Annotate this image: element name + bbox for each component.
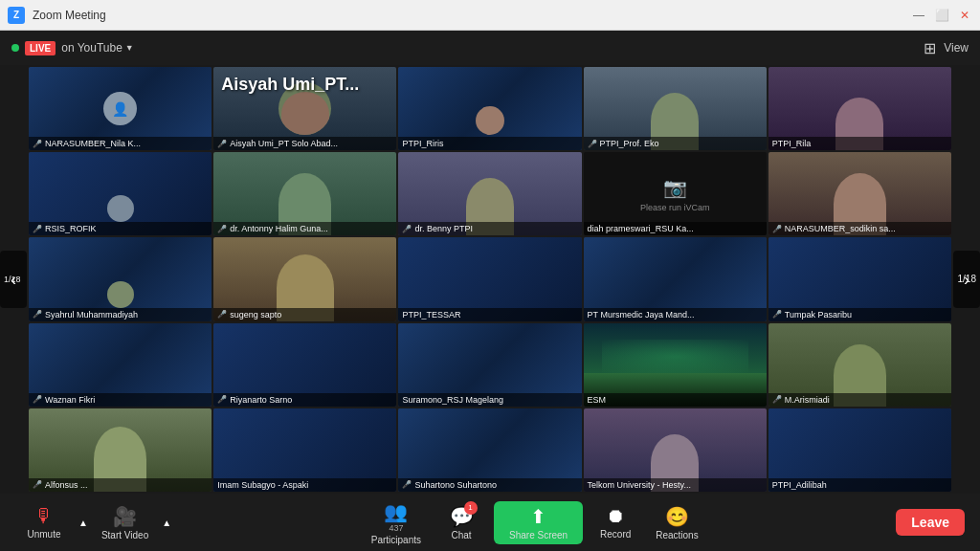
close-button[interactable]: ✕ [957,8,972,23]
cell-name-12: 🎤 sugeng sapto [213,308,396,321]
video-cell-12: 🎤 sugeng sapto [213,237,396,320]
title-bar: Z Zoom Meeting — ⬜ ✕ [0,0,980,31]
cell-name-4: 🎤 PTPI_Prof. Eko [584,137,767,150]
live-label: LIVE [25,41,56,55]
grid-icon: ⊞ [924,39,936,57]
page-indicator-right: 1/18 [958,274,976,285]
cell-name-21: 🎤 Alfonsus ... [29,478,212,492]
video-cell-featured: Aisyah Umi_PT... 🎤 Aisyah Umi_PT Solo Ab… [213,67,396,150]
video-cell-24: Telkom University - Hesty... [584,408,767,492]
cell-name-17: 🎤 Riyanarto Sarno [213,393,396,407]
leave-button[interactable]: Leave [896,509,965,536]
mic-icon-6: 🎤 [33,225,42,233]
start-video-button[interactable]: 🎥 Start Video [94,501,156,544]
title-bar-controls: — ⬜ ✕ [911,8,972,23]
page-indicator-left: 1/18 [4,275,21,285]
toolbar-center: 👥 437 Participants 💬 1 Chat ⬆ Share Scre… [364,496,706,549]
featured-name: Aisyah Umi_PT... [221,75,359,95]
cell-name-22: Imam Subagyo - Aspaki [213,478,396,492]
cell-name-19: ESM [584,393,767,407]
mic-icon-10: 🎤 [772,225,782,233]
live-badge: LIVE on YouTube ▼ [11,41,134,55]
record-label: Record [600,529,631,540]
toolbar-left: 🎙 Unmute ▲ 🎥 Start Video ▲ [15,501,173,544]
video-grid: 👤 🎤 NARASUMBER_Nila K... Aisyah Umi_PT..… [0,65,980,494]
cell-name-13: PTPI_TESSAR [398,308,581,321]
video-cell-23: 🎤 Suhartono Suhartono [398,408,581,492]
window-title: Zoom Meeting [33,9,106,22]
mic-icon-1: 🎤 [33,140,42,148]
reactions-button[interactable]: 😊 Reactions [648,501,705,544]
cell-name-9: diah prameswari_RSU Ka... [584,222,767,235]
video-cell-10: 🎤 NARASUMBER_sodikin sa... [768,152,951,235]
reactions-icon: 😊 [665,505,689,528]
video-cell-15: 🎤 Tumpak Pasaribu [768,237,951,320]
chat-button[interactable]: 💬 1 Chat [433,501,490,544]
video-cell-22: Imam Subagyo - Aspaki [213,408,396,492]
mic-icon-15: 🎤 [772,310,782,319]
start-video-label: Start Video [101,530,148,540]
mic-icon-12: 🎤 [217,310,227,319]
video-cell-19: ESM [584,323,767,407]
participants-icon-wrapper: 👥 437 [384,500,408,533]
video-cell-25: PTPI_Adilibah [768,408,951,492]
cell-name-14: PT Mursmedic Jaya Mand... [584,308,767,321]
view-label[interactable]: View [944,41,969,55]
mic-icon-7: 🎤 [217,225,227,233]
video-cell-3: PTPI_Riris [398,67,581,150]
participants-icon: 👥 [384,501,408,522]
video-cell-16: 🎤 Waznan Fikri [29,323,212,407]
cell-name-18: Suramono_RSJ Magelang [398,393,581,407]
record-button[interactable]: ⏺ Record [587,501,644,543]
video-cell-7: 🎤 dr. Antonny Halim Guna... [213,152,396,235]
top-bar-right: ⊞ View [924,39,969,57]
minimize-button[interactable]: — [911,8,926,23]
cell-name-7: 🎤 dr. Antonny Halim Guna... [213,222,396,235]
video-cell-21: 🎤 Alfonsus ... [29,408,212,492]
video-cell-20: 🎤 M.Arismiadi [768,323,951,407]
video-icon: 🎥 [113,505,137,528]
cell-name-24: Telkom University - Hesty... [584,478,767,492]
video-cell-14: PT Mursmedic Jaya Mand... [584,237,767,320]
video-cell-11: 🎤 Syahrul Muhammadiyah [29,237,212,320]
video-cell-4: 🎤 PTPI_Prof. Eko [584,67,767,150]
mic-icon-21: 🎤 [33,480,42,489]
chat-label: Chat [451,530,471,540]
unmute-button[interactable]: 🎙 Unmute [15,501,73,543]
video-cell-6: 🎤 RSIS_ROFIK [29,152,212,235]
video-cell-1: 👤 🎤 NARASUMBER_Nila K... [29,67,212,150]
participants-label: Participants [371,535,421,545]
cell-name-10: 🎤 NARASUMBER_sodikin sa... [768,222,951,235]
video-caret[interactable]: ▲ [160,516,173,530]
cell-name-25: PTPI_Adilibah [768,478,951,492]
cell-name-5: PTPI_Rila [768,137,951,150]
cell-name-featured: 🎤 Aisyah Umi_PT Solo Abad... [213,137,396,150]
cell-name-6: 🎤 RSIS_ROFIK [29,222,212,235]
share-screen-label: Share Screen [509,530,568,540]
leave-label: Leave [911,515,949,530]
video-cell-5: PTPI_Rila [768,67,951,150]
record-icon: ⏺ [606,505,625,527]
live-dot [11,44,19,52]
mic-icon-8: 🎤 [402,225,412,233]
participants-button[interactable]: 👥 437 Participants [364,496,429,549]
reactions-label: Reactions [656,530,698,540]
cell-name-16: 🎤 Waznan Fikri [29,393,212,407]
video-cell-8: 🎤 dr. Benny PTPI [398,152,581,235]
mic-icon-featured: 🎤 [217,140,227,148]
mic-icon-23: 🎤 [402,480,412,489]
mic-icon-17: 🎤 [217,395,227,404]
unmute-caret[interactable]: ▲ [77,516,90,530]
cell-name-23: 🎤 Suhartono Suhartono [398,478,581,492]
video-cell-18: Suramono_RSJ Magelang [398,323,581,407]
video-area: ‹ 1/18 👤 🎤 NARASUMBER_Nila K... [0,65,980,494]
title-bar-left: Z Zoom Meeting [8,7,106,24]
mic-icon-11: 🎤 [33,310,42,319]
chat-badge: 1 [464,501,478,515]
video-cell-17: 🎤 Riyanarto Sarno [213,323,396,407]
video-cell-9: 📷 Please run iVCam diah prameswari_RSU K… [584,152,767,235]
cell-name-11: 🎤 Syahrul Muhammadiyah [29,308,212,321]
cell-name-1: 🎤 NARASUMBER_Nila K... [29,137,212,150]
maximize-button[interactable]: ⬜ [934,8,949,23]
share-screen-button[interactable]: ⬆ Share Screen [494,501,583,544]
